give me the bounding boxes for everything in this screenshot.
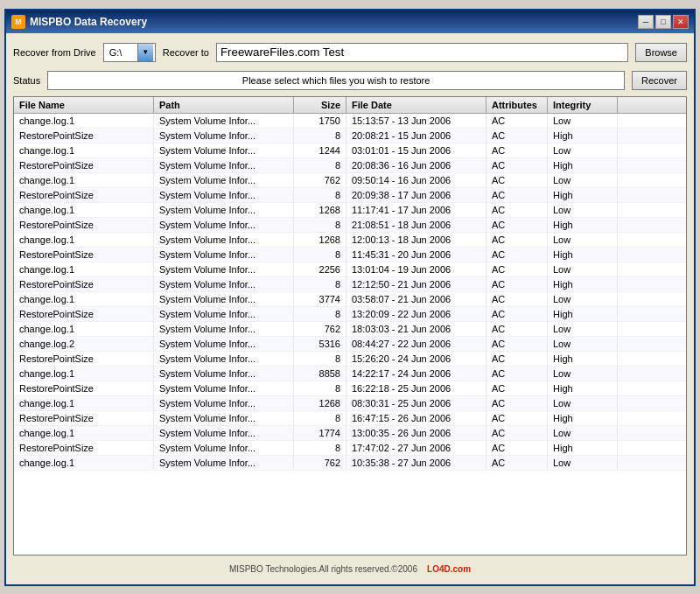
cell-date: 13:01:04 - 19 Jun 2006 — [346, 262, 486, 276]
cell-name: RestorePointSize — [14, 129, 154, 143]
table-row[interactable]: RestorePointSize System Volume Infor... … — [14, 188, 686, 203]
cell-attr: AC — [486, 337, 548, 351]
cell-name: RestorePointSize — [14, 277, 154, 291]
cell-date: 15:26:20 - 24 Jun 2006 — [346, 352, 486, 366]
cell-date: 20:09:38 - 17 Jun 2006 — [346, 188, 486, 202]
table-row[interactable]: RestorePointSize System Volume Infor... … — [14, 441, 686, 456]
cell-name: RestorePointSize — [14, 381, 154, 395]
recover-to-label: Recover to — [163, 47, 209, 58]
table-row[interactable]: change.log.1 System Volume Infor... 762 … — [14, 322, 686, 337]
cell-path: System Volume Infor... — [154, 426, 294, 440]
table-row[interactable]: change.log.2 System Volume Infor... 5316… — [14, 337, 686, 352]
table-row[interactable]: change.log.1 System Volume Infor... 3774… — [14, 292, 686, 307]
cell-size: 8 — [294, 129, 346, 143]
cell-size: 8 — [294, 277, 346, 291]
cell-date: 18:03:03 - 21 Jun 2006 — [346, 322, 486, 336]
cell-date: 13:20:09 - 22 Jun 2006 — [346, 307, 486, 321]
minimize-button[interactable]: ─ — [638, 15, 654, 29]
table-row[interactable]: RestorePointSize System Volume Infor... … — [14, 307, 686, 322]
status-message: Please select which files you wish to re… — [242, 75, 430, 86]
cell-date: 12:00:13 - 18 Jun 2006 — [346, 233, 486, 247]
status-field: Please select which files you wish to re… — [47, 71, 625, 90]
table-row[interactable]: RestorePointSize System Volume Infor... … — [14, 352, 686, 367]
table-row[interactable]: change.log.1 System Volume Infor... 762 … — [14, 456, 686, 471]
title-bar: M MISPBO Data Recovery ─ □ ✕ — [6, 10, 694, 33]
cell-path: System Volume Infor... — [154, 441, 294, 455]
cell-date: 16:22:18 - 25 Jun 2006 — [346, 381, 486, 395]
table-row[interactable]: change.log.1 System Volume Infor... 762 … — [14, 173, 686, 188]
drive-dropdown-arrow[interactable]: ▼ — [137, 44, 153, 61]
cell-attr: AC — [486, 307, 548, 321]
cell-path: System Volume Infor... — [154, 277, 294, 291]
cell-size: 1244 — [294, 143, 346, 157]
table-row[interactable]: RestorePointSize System Volume Infor... … — [14, 277, 686, 292]
cell-integrity: Low — [548, 396, 618, 410]
cell-path: System Volume Infor... — [154, 337, 294, 351]
cell-name: change.log.1 — [14, 396, 154, 410]
cell-size: 762 — [294, 456, 346, 470]
content-area: Recover from Drive G:\ ▼ Recover to Brow… — [6, 33, 694, 584]
cell-path: System Volume Infor... — [154, 322, 294, 336]
cell-size: 762 — [294, 322, 346, 336]
cell-integrity: Low — [548, 203, 618, 217]
col-header-path: Path — [154, 97, 294, 113]
browse-button[interactable]: Browse — [635, 43, 687, 62]
cell-attr: AC — [486, 158, 548, 172]
table-row[interactable]: change.log.1 System Volume Infor... 1268… — [14, 396, 686, 411]
main-window: M MISPBO Data Recovery ─ □ ✕ Recover fro… — [4, 9, 696, 586]
col-header-date: File Date — [346, 97, 486, 113]
cell-attr: AC — [486, 292, 548, 306]
cell-date: 20:08:36 - 16 Jun 2006 — [346, 158, 486, 172]
cell-date: 17:47:02 - 27 Jun 2006 — [346, 441, 486, 455]
cell-path: System Volume Infor... — [154, 203, 294, 217]
col-header-attr: Attributes — [486, 97, 548, 113]
table-row[interactable]: RestorePointSize System Volume Infor... … — [14, 248, 686, 262]
cell-name: change.log.1 — [14, 367, 154, 381]
maximize-button[interactable]: □ — [655, 15, 671, 29]
cell-integrity: High — [548, 277, 618, 291]
app-icon: M — [11, 15, 25, 29]
table-row[interactable]: change.log.1 System Volume Infor... 1774… — [14, 426, 686, 441]
table-row[interactable]: RestorePointSize System Volume Infor... … — [14, 218, 686, 233]
status-label: Status — [13, 75, 40, 86]
table-row[interactable]: RestorePointSize System Volume Infor... … — [14, 158, 686, 173]
table-row[interactable]: RestorePointSize System Volume Infor... … — [14, 411, 686, 426]
cell-size: 2256 — [294, 262, 346, 276]
toolbar-row: Recover from Drive G:\ ▼ Recover to Brow… — [13, 40, 687, 65]
table-row[interactable]: RestorePointSize System Volume Infor... … — [14, 381, 686, 396]
table-body[interactable]: change.log.1 System Volume Infor... 1750… — [14, 114, 686, 555]
drive-select[interactable]: G:\ ▼ — [103, 43, 156, 62]
table-row[interactable]: change.log.1 System Volume Infor... 1750… — [14, 114, 686, 129]
table-row[interactable]: RestorePointSize System Volume Infor... … — [14, 129, 686, 143]
table-header: File Name Path Size File Date Attributes… — [14, 97, 686, 114]
cell-size: 8 — [294, 218, 346, 232]
cell-name: change.log.1 — [14, 292, 154, 306]
recover-button[interactable]: Recover — [632, 71, 687, 90]
table-row[interactable]: change.log.1 System Volume Infor... 1268… — [14, 203, 686, 218]
cell-integrity: High — [548, 411, 618, 425]
footer-logo: LO4D.com — [427, 564, 471, 574]
col-header-integrity: Integrity — [548, 97, 618, 113]
table-row[interactable]: change.log.1 System Volume Infor... 1268… — [14, 233, 686, 248]
cell-attr: AC — [486, 188, 548, 202]
cell-name: RestorePointSize — [14, 441, 154, 455]
status-row: Status Please select which files you wis… — [13, 70, 687, 91]
cell-path: System Volume Infor... — [154, 173, 294, 187]
cell-size: 8 — [294, 441, 346, 455]
title-buttons: ─ □ ✕ — [638, 15, 689, 29]
cell-integrity: High — [548, 381, 618, 395]
table-row[interactable]: change.log.1 System Volume Infor... 8858… — [14, 367, 686, 381]
cell-date: 11:17:41 - 17 Jun 2006 — [346, 203, 486, 217]
table-row[interactable]: change.log.1 System Volume Infor... 1244… — [14, 143, 686, 158]
col-header-size: Size — [294, 97, 346, 113]
close-button[interactable]: ✕ — [673, 15, 689, 29]
cell-size: 1268 — [294, 203, 346, 217]
cell-size: 8 — [294, 307, 346, 321]
table-row[interactable]: change.log.1 System Volume Infor... 2256… — [14, 262, 686, 277]
cell-attr: AC — [486, 248, 548, 262]
cell-path: System Volume Infor... — [154, 367, 294, 381]
cell-path: System Volume Infor... — [154, 114, 294, 128]
cell-name: RestorePointSize — [14, 158, 154, 172]
recover-to-input[interactable] — [216, 43, 628, 62]
cell-date: 11:45:31 - 20 Jun 2006 — [346, 248, 486, 262]
